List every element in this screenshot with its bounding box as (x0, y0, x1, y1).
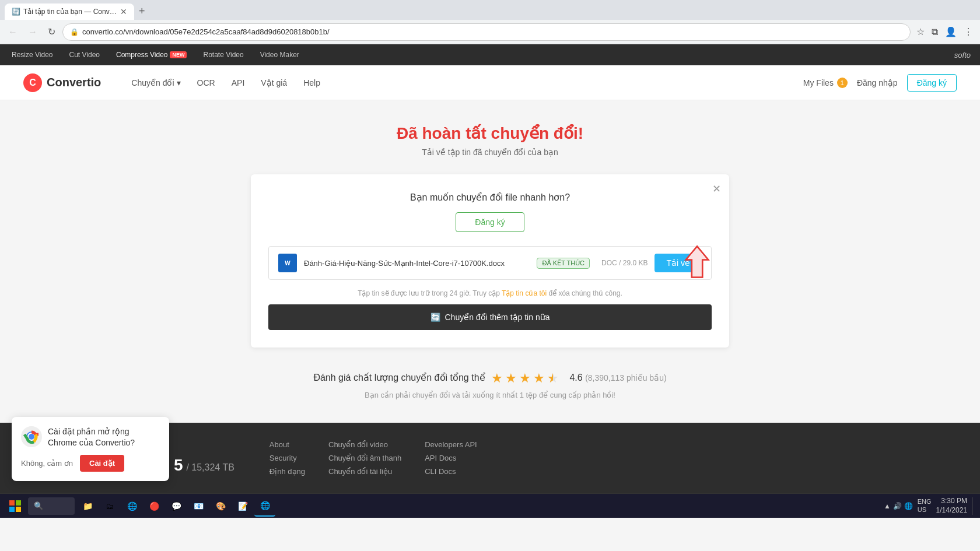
rating-count: (8,390,113 phiếu bầu) (585, 373, 666, 382)
popup-dismiss-button[interactable]: Không, cảm ơn (21, 459, 73, 468)
taskbar-app-chrome-active[interactable]: 🌐 (254, 496, 275, 517)
reload-button[interactable]: ↻ (44, 24, 59, 40)
toolbar-compress-video[interactable]: Compress Video NEW (114, 46, 190, 64)
popup-actions: Không, cảm ơn Cài đặt (21, 455, 160, 472)
my-files-button[interactable]: My Files 1 (803, 78, 848, 88)
footer-link-audio[interactable]: Chuyển đổi âm thanh (328, 454, 401, 462)
chrome-logo-icon (21, 426, 42, 447)
upsell-text: Bạn muốn chuyển đổi file nhanh hơn? (268, 192, 712, 203)
nav-chuyen-doi[interactable]: Chuyển đổi ▾ (124, 73, 187, 92)
popup-install-button[interactable]: Cài đặt (80, 455, 124, 472)
convert-more-button[interactable]: 🔄 Chuyển đổi thêm tập tin nữa (430, 313, 550, 322)
taskbar: 🔍 📁 🗂 🌐 🔴 💬 📧 🎨 📝 🌐 ▲ 🔊 🌐 ENGUS 3:30 PM … (0, 493, 980, 518)
chevron-down-icon: ▾ (177, 78, 181, 87)
tab-favicon: 🔄 (12, 8, 20, 16)
start-button[interactable] (5, 496, 26, 517)
taskbar-right: ▲ 🔊 🌐 ENGUS 3:30 PM 1/14/2021 (884, 497, 975, 515)
login-button[interactable]: Đăng nhập (857, 78, 898, 87)
taskbar-app-word[interactable]: 📝 (232, 496, 253, 517)
star-4[interactable]: ★ (533, 371, 545, 386)
convert-more-bar: 🔄 Chuyển đổi thêm tập tin nữa (268, 304, 712, 330)
success-title: Đã hoàn tất chuyển đổi! (0, 124, 980, 143)
browser-tab-active[interactable]: 🔄 Tải tập tin của bạn — Convertio ✕ (5, 3, 134, 20)
footer-link-video[interactable]: Chuyển đổi video (328, 440, 401, 449)
star-1[interactable]: ★ (491, 371, 503, 386)
footer-link-security[interactable]: Security (270, 454, 305, 462)
network-icon[interactable]: 🌐 (904, 502, 913, 510)
footer-col-1: About Security Định dạng (270, 440, 305, 476)
nav-links: Chuyển đổi ▾ OCR API Vật giá Help (124, 73, 327, 92)
nav-ocr[interactable]: OCR (190, 73, 222, 92)
taskbar-apps: 📁 🗂 🌐 🔴 💬 📧 🎨 📝 🌐 (77, 496, 275, 517)
taskbar-clock[interactable]: 3:30 PM 1/14/2021 (936, 497, 967, 515)
nav-pricing[interactable]: Vật giá (254, 73, 294, 92)
browser-toolbar: ← → ↻ 🔒 convertio.co/vn/download/05e7e2d… (0, 20, 980, 44)
toolbar-rotate-video[interactable]: Rotate Video (201, 46, 246, 64)
conversion-card: ✕ Bạn muốn chuyển đổi file nhanh hơn? Đă… (251, 174, 729, 348)
lock-icon: 🔒 (70, 28, 79, 36)
popup-header: Cài đặt phần mở rộng Chrome của Converti… (21, 426, 160, 449)
upsell-signup-button[interactable]: Đăng ký (456, 212, 524, 232)
footer-link-cli-docs[interactable]: CLI Docs (425, 467, 477, 476)
my-files-link[interactable]: Tập tin của tôi (502, 289, 547, 297)
svg-rect-8 (9, 507, 15, 512)
nav-api[interactable]: API (225, 73, 252, 92)
main-nav: C Convertio Chuyển đổi ▾ OCR API Vật giá… (0, 65, 980, 100)
nav-help[interactable]: Help (296, 73, 327, 92)
address-bar[interactable]: 🔒 convertio.co/vn/download/05e7e2d254c2a… (62, 23, 911, 41)
taskbar-app-opera[interactable]: 🔴 (144, 496, 164, 517)
taskbar-search[interactable]: 🔍 (28, 497, 75, 515)
download-arrow-indicator (682, 244, 712, 281)
file-meta: DOC / 29.0 KB (601, 259, 648, 267)
new-tab-button[interactable]: + (134, 3, 150, 20)
extensions-button[interactable]: ⧉ (929, 24, 940, 40)
toolbar-video-maker[interactable]: Video Maker (258, 46, 302, 64)
footer-link-docs[interactable]: Chuyển đổi tài liệu (328, 467, 401, 476)
tab-close-btn[interactable]: ✕ (120, 7, 127, 16)
rating-note: Bạn cần phải chuyển đổi và tải xuống ít … (251, 391, 729, 399)
logo[interactable]: C Convertio (23, 73, 101, 92)
taskbar-app-teams[interactable]: 💬 (166, 496, 187, 517)
star-5-half[interactable]: ★ ★ (547, 371, 559, 386)
file-row: W Đánh-Giá-Hiệu-Năng-Sức-Mạnh-Intel-Core… (268, 246, 712, 280)
bookmark-button[interactable]: ☆ (914, 24, 927, 40)
chrome-extension-popup: Cài đặt phần mở rộng Chrome của Converti… (12, 417, 169, 481)
footer-link-api-docs[interactable]: API Docs (425, 454, 477, 462)
taskbar-app-edge[interactable]: 🌐 (121, 496, 142, 517)
logo-icon: C (23, 73, 42, 92)
footer-link-formats[interactable]: Định dạng (270, 467, 305, 476)
toolbar-cut-video[interactable]: Cut Video (67, 46, 102, 64)
app-toolbar: Resize Video Cut Video Compress Video NE… (0, 44, 980, 65)
file-name: Đánh-Giá-Hiệu-Năng-Sức-Mạnh-Intel-Core-i… (304, 259, 530, 268)
footer-link-dev-api[interactable]: Developers API (425, 440, 477, 449)
tray-arrow[interactable]: ▲ (884, 502, 891, 510)
svg-rect-9 (16, 507, 21, 512)
profile-button[interactable]: 👤 (943, 24, 959, 40)
locale-label: ENGUS (918, 498, 932, 513)
tab-title: Tải tập tin của bạn — Convertio (23, 8, 117, 16)
forward-button[interactable]: → (24, 24, 41, 40)
taskbar-app-photoshop[interactable]: 🎨 (210, 496, 231, 517)
file-icon: W (278, 254, 297, 272)
show-desktop-button[interactable] (972, 497, 975, 515)
toolbar-resize-video[interactable]: Resize Video (9, 46, 55, 64)
toolbar-brand: softo (954, 51, 971, 59)
star-3[interactable]: ★ (519, 371, 531, 386)
svg-rect-6 (9, 500, 15, 506)
taskbar-app-outlook[interactable]: 📧 (188, 496, 209, 517)
footer-col-2: Chuyển đổi video Chuyển đổi âm thanh Chu… (328, 440, 401, 476)
svg-rect-7 (16, 500, 21, 506)
card-close-button[interactable]: ✕ (712, 183, 721, 195)
back-button[interactable]: ← (5, 24, 21, 40)
signup-button[interactable]: Đăng ký (907, 74, 957, 92)
speaker-icon[interactable]: 🔊 (893, 502, 902, 510)
svg-marker-2 (688, 248, 707, 276)
taskbar-app-taskview[interactable]: 🗂 (99, 496, 120, 517)
footer-link-about[interactable]: About (270, 440, 305, 449)
taskbar-app-file-explorer[interactable]: 📁 (77, 496, 98, 517)
storage-note: Tập tin sẽ được lưu trữ trong 24 giờ. Tr… (268, 289, 712, 297)
success-subtitle: Tải về tập tin đã chuyển đổi của bạn (0, 148, 980, 157)
refresh-icon: 🔄 (430, 313, 440, 322)
star-2[interactable]: ★ (505, 371, 517, 386)
menu-button[interactable]: ⋮ (961, 24, 975, 40)
